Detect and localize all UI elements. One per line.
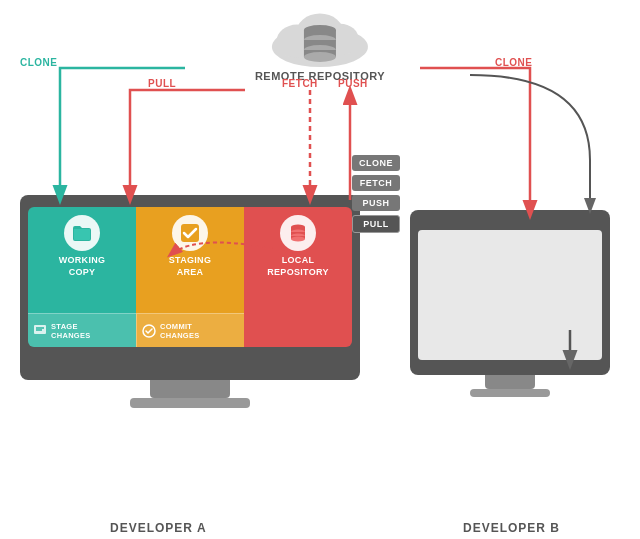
dev-b-label: DEVELOPER B [463,521,560,535]
cloud-icon [260,8,380,68]
remote-repository: REMOTE REPOSITORY [255,8,385,82]
stage-action: STAGE CHANGES [28,313,136,347]
monitor-stand-a [150,380,230,398]
dev-b-operations: CLONE FETCH PUSH PULL [352,155,400,233]
local-repo-label: LOCALREPOSITORY [267,255,329,278]
dev-a-monitor: WORKINGCOPY STAGE CHANGES [20,195,360,420]
svg-point-10 [304,52,336,62]
monitor-stand-b [485,375,535,389]
local-db-icon [280,215,316,251]
stage-label: STAGE CHANGES [51,322,91,340]
dev-b-pull-label: PULL [352,215,400,233]
svg-point-22 [291,237,305,242]
monitor-base-a [130,398,250,408]
clone-right-label: CLONE [495,57,533,68]
database-icon [298,20,342,68]
staging-area-section: STAGINGAREA COMMIT CHANGES [136,207,244,347]
dev-b-push-label: PUSH [352,195,400,211]
dev-b-clone-label: CLONE [352,155,400,171]
clone-left-label: CLONE [20,57,58,68]
dev-b-screen-inner [418,230,602,360]
commit-label: COMMIT CHANGES [160,322,200,340]
sections-container: WORKINGCOPY STAGE CHANGES [28,207,352,347]
dev-a-screen: WORKINGCOPY STAGE CHANGES [20,195,360,380]
dev-a-label: DEVELOPER A [110,521,207,535]
diagram: REMOTE REPOSITORY [0,0,640,539]
dev-b-screen [410,210,610,375]
pull-label: PULL [148,78,176,89]
working-copy-section: WORKINGCOPY STAGE CHANGES [28,207,136,347]
dev-b-fetch-label: FETCH [352,175,400,191]
staging-area-label: STAGINGAREA [169,255,211,278]
dev-b-monitor [410,210,610,420]
folder-icon [64,215,100,251]
check-box-icon [172,215,208,251]
monitor-base-b [470,389,550,397]
working-copy-label: WORKINGCOPY [59,255,106,278]
push-label: PUSH [338,78,368,89]
fetch-label: FETCH [282,78,318,89]
commit-action: COMMIT CHANGES [136,313,244,347]
local-repo-section: LOCALREPOSITORY [244,207,352,347]
